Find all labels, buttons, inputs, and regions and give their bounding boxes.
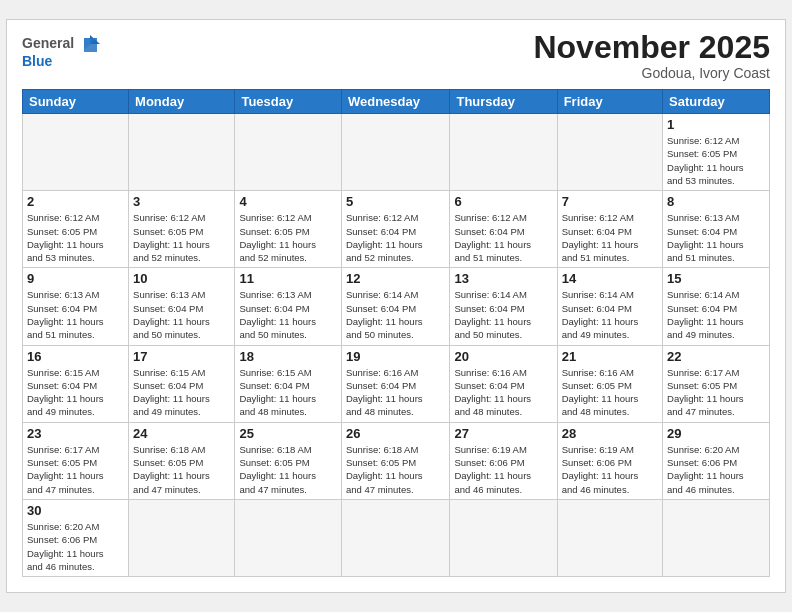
calendar-cell: 29Sunrise: 6:20 AM Sunset: 6:06 PM Dayli…	[663, 422, 770, 499]
calendar-cell: 10Sunrise: 6:13 AM Sunset: 6:04 PM Dayli…	[129, 268, 235, 345]
day-info: Sunrise: 6:13 AM Sunset: 6:04 PM Dayligh…	[133, 288, 230, 341]
calendar-cell: 16Sunrise: 6:15 AM Sunset: 6:04 PM Dayli…	[23, 345, 129, 422]
day-number: 3	[133, 194, 230, 209]
day-info: Sunrise: 6:12 AM Sunset: 6:05 PM Dayligh…	[667, 134, 765, 187]
day-info: Sunrise: 6:12 AM Sunset: 6:05 PM Dayligh…	[27, 211, 124, 264]
calendar-cell: 2Sunrise: 6:12 AM Sunset: 6:05 PM Daylig…	[23, 191, 129, 268]
day-number: 21	[562, 349, 658, 364]
calendar-cell	[557, 114, 662, 191]
day-info: Sunrise: 6:13 AM Sunset: 6:04 PM Dayligh…	[239, 288, 337, 341]
week-row-4: 23Sunrise: 6:17 AM Sunset: 6:05 PM Dayli…	[23, 422, 770, 499]
week-row-0: 1Sunrise: 6:12 AM Sunset: 6:05 PM Daylig…	[23, 114, 770, 191]
day-number: 24	[133, 426, 230, 441]
day-number: 27	[454, 426, 552, 441]
calendar-cell: 12Sunrise: 6:14 AM Sunset: 6:04 PM Dayli…	[341, 268, 450, 345]
day-number: 1	[667, 117, 765, 132]
calendar-cell	[235, 499, 342, 576]
calendar-cell: 1Sunrise: 6:12 AM Sunset: 6:05 PM Daylig…	[663, 114, 770, 191]
day-info: Sunrise: 6:12 AM Sunset: 6:04 PM Dayligh…	[346, 211, 446, 264]
day-number: 18	[239, 349, 337, 364]
day-info: Sunrise: 6:18 AM Sunset: 6:05 PM Dayligh…	[133, 443, 230, 496]
calendar-cell: 18Sunrise: 6:15 AM Sunset: 6:04 PM Dayli…	[235, 345, 342, 422]
day-number: 25	[239, 426, 337, 441]
calendar-cell: 19Sunrise: 6:16 AM Sunset: 6:04 PM Dayli…	[341, 345, 450, 422]
day-header-friday: Friday	[557, 90, 662, 114]
day-info: Sunrise: 6:13 AM Sunset: 6:04 PM Dayligh…	[27, 288, 124, 341]
calendar-cell: 17Sunrise: 6:15 AM Sunset: 6:04 PM Dayli…	[129, 345, 235, 422]
day-info: Sunrise: 6:17 AM Sunset: 6:05 PM Dayligh…	[667, 366, 765, 419]
day-number: 26	[346, 426, 446, 441]
calendar-cell	[129, 499, 235, 576]
day-info: Sunrise: 6:20 AM Sunset: 6:06 PM Dayligh…	[667, 443, 765, 496]
day-info: Sunrise: 6:15 AM Sunset: 6:04 PM Dayligh…	[239, 366, 337, 419]
day-info: Sunrise: 6:14 AM Sunset: 6:04 PM Dayligh…	[667, 288, 765, 341]
day-number: 5	[346, 194, 446, 209]
calendar-cell: 26Sunrise: 6:18 AM Sunset: 6:05 PM Dayli…	[341, 422, 450, 499]
calendar-cell: 14Sunrise: 6:14 AM Sunset: 6:04 PM Dayli…	[557, 268, 662, 345]
calendar-cell: 4Sunrise: 6:12 AM Sunset: 6:05 PM Daylig…	[235, 191, 342, 268]
week-row-3: 16Sunrise: 6:15 AM Sunset: 6:04 PM Dayli…	[23, 345, 770, 422]
day-number: 6	[454, 194, 552, 209]
day-info: Sunrise: 6:18 AM Sunset: 6:05 PM Dayligh…	[239, 443, 337, 496]
calendar-cell	[450, 114, 557, 191]
calendar-cell	[663, 499, 770, 576]
calendar-cell	[341, 114, 450, 191]
day-header-monday: Monday	[129, 90, 235, 114]
day-info: Sunrise: 6:16 AM Sunset: 6:04 PM Dayligh…	[454, 366, 552, 419]
calendar-cell: 24Sunrise: 6:18 AM Sunset: 6:05 PM Dayli…	[129, 422, 235, 499]
calendar-cell: 22Sunrise: 6:17 AM Sunset: 6:05 PM Dayli…	[663, 345, 770, 422]
day-info: Sunrise: 6:19 AM Sunset: 6:06 PM Dayligh…	[454, 443, 552, 496]
month-title: November 2025	[533, 30, 770, 65]
calendar-cell: 7Sunrise: 6:12 AM Sunset: 6:04 PM Daylig…	[557, 191, 662, 268]
day-info: Sunrise: 6:12 AM Sunset: 6:05 PM Dayligh…	[133, 211, 230, 264]
day-header-saturday: Saturday	[663, 90, 770, 114]
day-number: 4	[239, 194, 337, 209]
day-number: 22	[667, 349, 765, 364]
calendar-cell: 15Sunrise: 6:14 AM Sunset: 6:04 PM Dayli…	[663, 268, 770, 345]
header: General Blue November 2025 Godoua, Ivory…	[22, 30, 770, 81]
calendar-cell: 3Sunrise: 6:12 AM Sunset: 6:05 PM Daylig…	[129, 191, 235, 268]
calendar-cell: 11Sunrise: 6:13 AM Sunset: 6:04 PM Dayli…	[235, 268, 342, 345]
day-info: Sunrise: 6:19 AM Sunset: 6:06 PM Dayligh…	[562, 443, 658, 496]
week-row-5: 30Sunrise: 6:20 AM Sunset: 6:06 PM Dayli…	[23, 499, 770, 576]
day-info: Sunrise: 6:12 AM Sunset: 6:05 PM Dayligh…	[239, 211, 337, 264]
day-number: 7	[562, 194, 658, 209]
calendar-cell: 9Sunrise: 6:13 AM Sunset: 6:04 PM Daylig…	[23, 268, 129, 345]
day-info: Sunrise: 6:16 AM Sunset: 6:05 PM Dayligh…	[562, 366, 658, 419]
day-number: 17	[133, 349, 230, 364]
calendar-cell: 21Sunrise: 6:16 AM Sunset: 6:05 PM Dayli…	[557, 345, 662, 422]
day-info: Sunrise: 6:12 AM Sunset: 6:04 PM Dayligh…	[562, 211, 658, 264]
week-row-1: 2Sunrise: 6:12 AM Sunset: 6:05 PM Daylig…	[23, 191, 770, 268]
svg-text:Blue: Blue	[22, 53, 53, 69]
day-info: Sunrise: 6:17 AM Sunset: 6:05 PM Dayligh…	[27, 443, 124, 496]
calendar-cell: 25Sunrise: 6:18 AM Sunset: 6:05 PM Dayli…	[235, 422, 342, 499]
day-number: 2	[27, 194, 124, 209]
day-number: 12	[346, 271, 446, 286]
calendar-table: SundayMondayTuesdayWednesdayThursdayFrid…	[22, 89, 770, 577]
location: Godoua, Ivory Coast	[533, 65, 770, 81]
day-number: 13	[454, 271, 552, 286]
day-info: Sunrise: 6:18 AM Sunset: 6:05 PM Dayligh…	[346, 443, 446, 496]
day-info: Sunrise: 6:15 AM Sunset: 6:04 PM Dayligh…	[133, 366, 230, 419]
day-number: 20	[454, 349, 552, 364]
day-number: 30	[27, 503, 124, 518]
calendar-cell	[129, 114, 235, 191]
day-number: 9	[27, 271, 124, 286]
day-number: 11	[239, 271, 337, 286]
day-info: Sunrise: 6:15 AM Sunset: 6:04 PM Dayligh…	[27, 366, 124, 419]
calendar-cell: 8Sunrise: 6:13 AM Sunset: 6:04 PM Daylig…	[663, 191, 770, 268]
day-info: Sunrise: 6:20 AM Sunset: 6:06 PM Dayligh…	[27, 520, 124, 573]
calendar-cell: 20Sunrise: 6:16 AM Sunset: 6:04 PM Dayli…	[450, 345, 557, 422]
day-info: Sunrise: 6:16 AM Sunset: 6:04 PM Dayligh…	[346, 366, 446, 419]
day-number: 14	[562, 271, 658, 286]
week-row-2: 9Sunrise: 6:13 AM Sunset: 6:04 PM Daylig…	[23, 268, 770, 345]
calendar-cell: 28Sunrise: 6:19 AM Sunset: 6:06 PM Dayli…	[557, 422, 662, 499]
calendar-cell	[557, 499, 662, 576]
calendar-cell: 6Sunrise: 6:12 AM Sunset: 6:04 PM Daylig…	[450, 191, 557, 268]
header-row: SundayMondayTuesdayWednesdayThursdayFrid…	[23, 90, 770, 114]
day-number: 23	[27, 426, 124, 441]
day-info: Sunrise: 6:13 AM Sunset: 6:04 PM Dayligh…	[667, 211, 765, 264]
day-header-wednesday: Wednesday	[341, 90, 450, 114]
day-number: 19	[346, 349, 446, 364]
day-number: 10	[133, 271, 230, 286]
